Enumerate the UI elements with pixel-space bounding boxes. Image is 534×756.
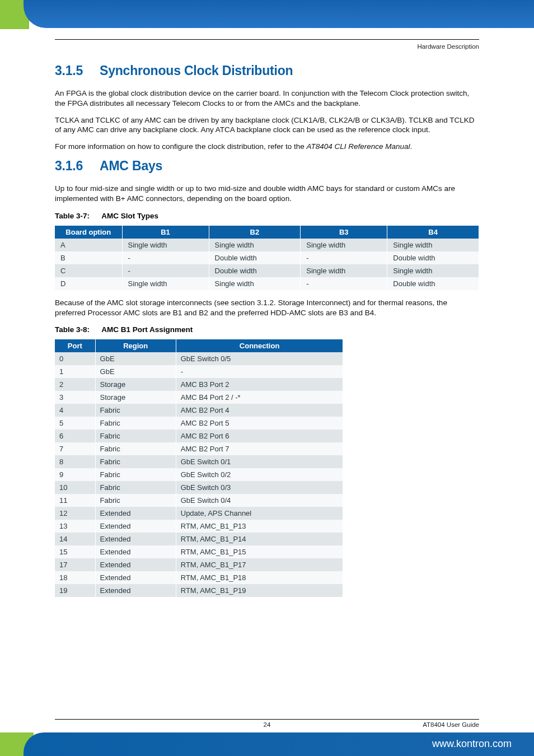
paragraph: Because of the AMC slot storage intercon… <box>55 298 479 318</box>
table-cell: AMC B2 Port 6 <box>176 430 343 442</box>
table-3-7-caption: Table 3-7: AMC Slot Types <box>55 212 479 220</box>
table-cell: 0 <box>55 352 95 365</box>
table-cell: Single width <box>209 277 301 290</box>
table-cell: Fabric <box>95 417 176 430</box>
table-cell: - <box>301 277 387 290</box>
table-cell: Extended <box>95 520 176 533</box>
table-cell: Storage <box>95 391 176 404</box>
table-cell: GbE Switch 0/3 <box>176 481 343 494</box>
table-cell: Fabric <box>95 404 176 417</box>
caption-number: Table 3-7: <box>55 212 100 220</box>
table-row: 8FabricGbE Switch 0/1 <box>55 455 343 468</box>
table-cell: Fabric <box>95 430 176 442</box>
table-row: 19ExtendedRTM, AMC_B1_P19 <box>55 584 343 597</box>
table-row: 4FabricAMC B2 Port 4 <box>55 404 343 417</box>
table-cell: AMC B2 Port 5 <box>176 417 343 430</box>
content-area: Hardware Description 3.1.5 Synchronous C… <box>0 29 534 659</box>
table-cell: Extended <box>95 507 176 520</box>
table-cell: 4 <box>55 404 95 417</box>
table-row: C-Double widthSingle widthSingle width <box>55 264 479 277</box>
caption-title: AMC Slot Types <box>101 212 158 220</box>
table-row: 6FabricAMC B2 Port 6 <box>55 430 343 442</box>
table-cell: RTM, AMC_B1_P15 <box>176 545 343 558</box>
caption-title: AMC B1 Port Assignment <box>101 325 193 334</box>
table-cell: Single width <box>301 239 387 251</box>
col-header: B4 <box>387 226 479 239</box>
paragraph: TCLKA and TCLKC of any AMC can be driven… <box>55 115 479 136</box>
table-cell: 6 <box>55 430 95 442</box>
top-blue-bar <box>24 0 534 28</box>
table-row: 9FabricGbE Switch 0/2 <box>55 468 343 481</box>
col-header: B1 <box>122 226 209 239</box>
table-cell: Fabric <box>95 455 176 468</box>
table-cell: - <box>122 264 209 277</box>
table-cell: Single width <box>209 239 301 251</box>
table-cell: GbE Switch 0/4 <box>176 494 343 507</box>
table-cell: Fabric <box>95 481 176 494</box>
table-cell: Update, APS Channel <box>176 507 343 520</box>
table-cell: 10 <box>55 481 95 494</box>
table-cell: 8 <box>55 455 95 468</box>
table-cell: RTM, AMC_B1_P14 <box>176 533 343 545</box>
page-number: 24 <box>264 721 271 728</box>
table-row: 18ExtendedRTM, AMC_B1_P18 <box>55 571 343 584</box>
table-3-7: Board option B1 B2 B3 B4 ASingle widthSi… <box>55 226 479 290</box>
table-cell: - <box>122 251 209 264</box>
table-row: 2StorageAMC B3 Port 2 <box>55 378 343 391</box>
heading-title: AMC Bays <box>100 158 162 174</box>
text: For more information on how to configure… <box>55 142 306 151</box>
table-header-row: Port Region Connection <box>55 339 343 352</box>
caption-number: Table 3-8: <box>55 325 100 334</box>
table-cell: GbE <box>95 365 176 378</box>
footer-url[interactable]: www.kontron.com <box>432 738 512 750</box>
table-cell: 17 <box>55 558 95 571</box>
table-cell: Extended <box>95 533 176 545</box>
table-cell: 1 <box>55 365 95 378</box>
table-cell: Extended <box>95 584 176 597</box>
table-cell: Double width <box>387 251 479 264</box>
paragraph: An FPGA is the global clock distribution… <box>55 88 479 109</box>
table-header-row: Board option B1 B2 B3 B4 <box>55 226 479 239</box>
col-header: Board option <box>55 226 122 239</box>
spacer <box>55 597 479 659</box>
table-row: 14ExtendedRTM, AMC_B1_P14 <box>55 533 343 545</box>
heading-number: 3.1.6 <box>55 158 85 174</box>
table-cell: - <box>301 251 387 264</box>
table-cell: 2 <box>55 378 95 391</box>
table-cell: Single width <box>387 264 479 277</box>
table-cell: RTM, AMC_B1_P17 <box>176 558 343 571</box>
table-cell: 9 <box>55 468 95 481</box>
text: . <box>410 142 413 151</box>
footer-info-line: 24 AT8404 User Guide <box>55 719 479 728</box>
table-cell: Single width <box>387 239 479 251</box>
table-row: DSingle widthSingle width-Double width <box>55 277 479 290</box>
table-cell: RTM, AMC_B1_P18 <box>176 571 343 584</box>
table-cell: GbE Switch 0/2 <box>176 468 343 481</box>
table-cell: 13 <box>55 520 95 533</box>
table-cell: Double width <box>209 264 301 277</box>
table-cell: RTM, AMC_B1_P19 <box>176 584 343 597</box>
heading-number: 3.1.5 <box>55 63 85 78</box>
table-row: 17ExtendedRTM, AMC_B1_P17 <box>55 558 343 571</box>
table-3-8-caption: Table 3-8: AMC B1 Port Assignment <box>55 325 479 334</box>
table-row: 3StorageAMC B4 Port 2 / -* <box>55 391 343 404</box>
table-row: 10FabricGbE Switch 0/3 <box>55 481 343 494</box>
table-cell: Fabric <box>95 468 176 481</box>
table-row: 7FabricAMC B2 Port 7 <box>55 442 343 455</box>
table-cell: AMC B2 Port 7 <box>176 442 343 455</box>
table-row: B-Double width-Double width <box>55 251 479 264</box>
doc-title: AT8404 User Guide <box>423 721 479 728</box>
col-header: B3 <box>301 226 387 239</box>
col-header: Connection <box>176 339 343 352</box>
table-cell: 14 <box>55 533 95 545</box>
table-cell: 12 <box>55 507 95 520</box>
table-cell: AMC B4 Port 2 / -* <box>176 391 343 404</box>
table-row: 0GbEGbE Switch 0/5 <box>55 352 343 365</box>
footer-color-bar: www.kontron.com <box>0 732 534 756</box>
paragraph: For more information on how to configure… <box>55 142 479 152</box>
table-cell: Extended <box>95 558 176 571</box>
table-cell: GbE <box>95 352 176 365</box>
table-cell: Single width <box>301 264 387 277</box>
table-cell: Single width <box>122 277 209 290</box>
table-cell: 15 <box>55 545 95 558</box>
